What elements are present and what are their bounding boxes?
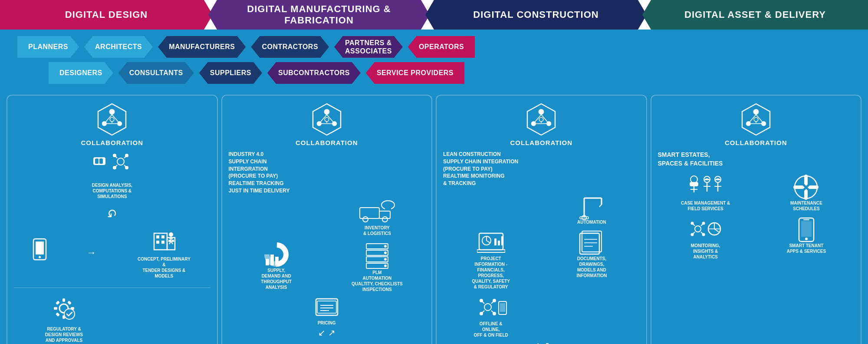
svg-rect-24 bbox=[154, 233, 167, 250]
svg-rect-101 bbox=[498, 241, 500, 245]
svg-line-85 bbox=[541, 115, 547, 122]
svg-point-48 bbox=[324, 109, 329, 115]
svg-point-115 bbox=[480, 312, 483, 315]
columns-container: COLLABORATION bbox=[0, 93, 868, 344]
svg-point-108 bbox=[484, 304, 491, 311]
svg-rect-104 bbox=[582, 231, 602, 252]
svg-rect-31 bbox=[172, 240, 174, 242]
design-analysis-label: DESIGN ANALYSIS,COMPUTATIONS &SIMULATION… bbox=[92, 182, 132, 199]
svg-rect-38 bbox=[62, 298, 65, 302]
svg-point-23 bbox=[39, 256, 41, 258]
svg-rect-94 bbox=[580, 217, 589, 219]
roles-row-1: PLANNERS ARCHITECTS MANUFACTURERS CONTRA… bbox=[17, 36, 851, 58]
svg-point-87 bbox=[539, 117, 543, 122]
svg-point-59 bbox=[382, 217, 388, 222]
svg-rect-45 bbox=[67, 301, 72, 305]
svg-point-1 bbox=[109, 109, 115, 115]
svg-point-151 bbox=[702, 233, 705, 236]
banner-manufacturing: DIGITAL MANUFACTURING & FABRICATION bbox=[208, 0, 430, 30]
svg-point-12 bbox=[117, 158, 124, 165]
svg-rect-26 bbox=[156, 235, 159, 238]
svg-rect-27 bbox=[161, 235, 164, 238]
svg-rect-10 bbox=[95, 159, 99, 164]
collab-hex-icon-4 bbox=[739, 102, 773, 137]
svg-rect-40 bbox=[54, 307, 57, 310]
svg-point-19 bbox=[113, 166, 116, 169]
svg-line-4 bbox=[106, 115, 112, 122]
svg-point-143 bbox=[695, 226, 701, 232]
collab-area-2: COLLABORATION bbox=[229, 102, 425, 146]
svg-point-17 bbox=[113, 154, 116, 157]
role-subcontractors: SUBCONTRACTORS bbox=[267, 62, 361, 84]
svg-point-71 bbox=[384, 245, 387, 248]
svg-point-72 bbox=[384, 251, 387, 254]
col1-content: DESIGN ANALYSIS,COMPUTATIONS &SIMULATION… bbox=[14, 151, 210, 343]
column-design: COLLABORATION bbox=[7, 95, 218, 344]
svg-point-113 bbox=[480, 299, 483, 302]
regulatory-label: REGULATORY &DESIGN REVIEWSAND APPROVALS bbox=[45, 326, 83, 343]
svg-point-54 bbox=[325, 117, 329, 122]
svg-point-114 bbox=[493, 299, 496, 302]
svg-rect-28 bbox=[156, 241, 159, 244]
collab-label-4: COLLABORATION bbox=[725, 139, 787, 146]
svg-line-5 bbox=[112, 115, 118, 122]
col4-content: SMART ESTATES,SPACES & FACILITIES bbox=[658, 151, 855, 260]
svg-rect-64 bbox=[266, 259, 269, 265]
collab-label-3: COLLABORATION bbox=[510, 139, 572, 146]
svg-point-58 bbox=[363, 217, 368, 222]
svg-point-20 bbox=[125, 166, 128, 169]
collab-hex-icon-3 bbox=[524, 102, 559, 137]
svg-rect-102 bbox=[501, 236, 503, 245]
col1-row-1: DESIGN ANALYSIS,COMPUTATIONS &SIMULATION… bbox=[14, 151, 210, 199]
col2-content: INDUSTRY 4.0SUPPLY CHAININTERGRATION(PRO… bbox=[229, 151, 425, 338]
svg-marker-119 bbox=[742, 104, 770, 135]
svg-line-92 bbox=[599, 205, 602, 207]
svg-point-7 bbox=[110, 117, 114, 122]
roles-container: PLANNERS ARCHITECTS MANUFACTURERS CONTRA… bbox=[0, 30, 868, 93]
role-service-providers: SERVICE PROVIDERS bbox=[366, 62, 464, 84]
svg-rect-65 bbox=[270, 255, 274, 265]
collab-area-4: COLLABORATION bbox=[658, 102, 855, 146]
svg-rect-118 bbox=[500, 303, 505, 312]
collab-label-1: COLLABORATION bbox=[81, 139, 143, 146]
svg-line-154 bbox=[714, 229, 719, 232]
column-construction: COLLABORATION LEAN CONSTRUCTIONSUPPLY CH… bbox=[436, 95, 647, 344]
item-design-analysis: DESIGN ANALYSIS,COMPUTATIONS &SIMULATION… bbox=[92, 151, 132, 199]
svg-rect-29 bbox=[161, 241, 164, 244]
col1-row-2: → bbox=[14, 227, 210, 279]
svg-marker-47 bbox=[313, 104, 341, 135]
svg-rect-66 bbox=[275, 257, 279, 265]
svg-line-123 bbox=[750, 115, 756, 122]
svg-point-128 bbox=[690, 176, 697, 183]
svg-line-99 bbox=[487, 241, 490, 243]
svg-line-124 bbox=[756, 115, 762, 122]
svg-line-84 bbox=[535, 115, 541, 122]
svg-rect-57 bbox=[379, 211, 390, 218]
collab-area-3: COLLABORATION bbox=[443, 102, 640, 146]
item-phone bbox=[32, 238, 47, 268]
role-suppliers: SUPPLIERS bbox=[199, 62, 262, 84]
role-architects: ARCHITECTS bbox=[84, 36, 153, 58]
col3-content: LEAN CONSTRUCTIONSUPPLY CHAIN INTEGRATIO… bbox=[443, 151, 640, 344]
role-manufacturers: MANUFACTURERS bbox=[158, 36, 246, 58]
role-operators: OPERATORS bbox=[408, 36, 475, 58]
column-asset: COLLABORATION SMART ESTATES,SPACES & FAC… bbox=[651, 95, 862, 344]
main-area: PLANNERS ARCHITECTS MANUFACTURERS CONTRA… bbox=[0, 30, 868, 344]
building-icon bbox=[152, 227, 176, 255]
svg-rect-22 bbox=[36, 241, 44, 255]
industry-text: INDUSTRY 4.0SUPPLY CHAININTERGRATION(PRO… bbox=[229, 151, 425, 195]
svg-rect-157 bbox=[801, 221, 812, 237]
svg-point-149 bbox=[702, 222, 705, 225]
svg-point-150 bbox=[691, 233, 694, 236]
item-building: CONCEPT, PRELIMINARY &TENDER DESIGNS & M… bbox=[136, 227, 192, 279]
svg-line-52 bbox=[327, 115, 333, 122]
item-gear-settings: REGULATORY &DESIGN REVIEWSAND APPROVALS bbox=[45, 297, 83, 343]
phone-icon bbox=[32, 238, 47, 266]
svg-rect-11 bbox=[99, 159, 103, 164]
banner-asset: DIGITAL ASSET & DELIVERY bbox=[642, 0, 868, 30]
svg-point-32 bbox=[169, 232, 173, 237]
col1-row-3: REGULATORY &DESIGN REVIEWSAND APPROVALS bbox=[14, 297, 210, 343]
svg-point-158 bbox=[805, 238, 808, 240]
svg-marker-80 bbox=[527, 104, 555, 135]
svg-point-81 bbox=[539, 109, 544, 115]
